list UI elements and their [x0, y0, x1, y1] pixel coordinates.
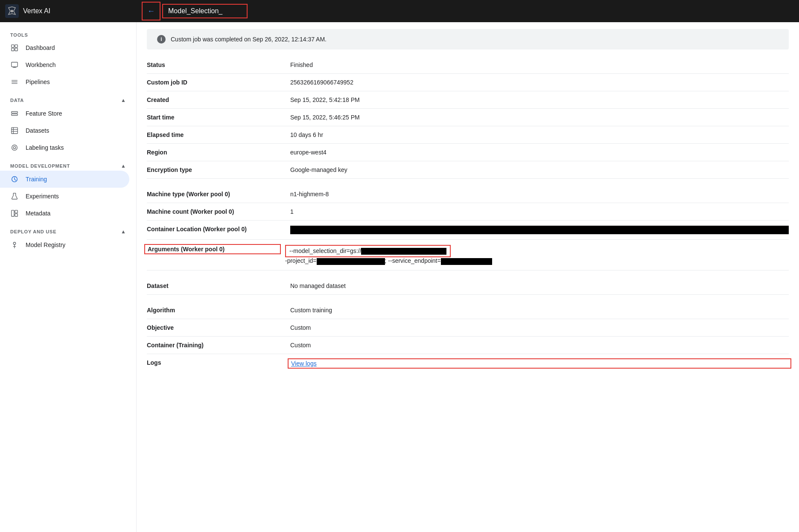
svg-rect-3: [15, 45, 17, 47]
model-dev-section-label: MODEL DEVELOPMENT: [10, 163, 70, 169]
model-registry-label: Model Registry: [26, 241, 65, 248]
top-header: Vertex AI ← Model_Selection_: [0, 0, 799, 22]
info-banner: i Custom job was completed on Sep 26, 20…: [147, 29, 789, 49]
svg-rect-4: [12, 48, 14, 51]
labeling-tasks-label: Labeling tasks: [26, 144, 64, 151]
args-text-3: ; --service_endpoint=: [385, 257, 441, 264]
logs-label: Logs: [147, 359, 283, 366]
detail-row-created: Created Sep 15, 2022, 5:42:18 PM: [147, 91, 789, 109]
experiments-icon: [10, 192, 19, 201]
args-redacted-1: [361, 248, 446, 255]
header-nav: ← Model_Selection_: [142, 2, 799, 20]
args-redacted-3: [441, 258, 492, 265]
deploy-section-header: DEPLOY AND USE ▲: [0, 225, 136, 236]
deploy-chevron-icon[interactable]: ▲: [121, 229, 126, 235]
tools-section-label: TOOLS: [0, 29, 136, 39]
args-text-2: -project_id=: [285, 257, 317, 264]
metadata-label: Metadata: [26, 210, 50, 217]
info-message: Custom job was completed on Sep 26, 2022…: [171, 36, 327, 43]
detail-row-status: Status Finished: [147, 56, 789, 74]
sidebar-item-model-registry[interactable]: Model Registry: [0, 236, 129, 253]
back-button[interactable]: ←: [142, 2, 160, 20]
svg-point-1: [11, 10, 13, 12]
svg-rect-5: [15, 48, 17, 51]
created-label: Created: [147, 96, 283, 103]
detail-row-region: Region europe-west4: [147, 144, 789, 161]
datasets-label: Datasets: [26, 127, 49, 134]
container-location-value: [290, 226, 789, 234]
labeling-tasks-icon: [10, 143, 19, 152]
sidebar-item-training[interactable]: Training: [0, 171, 129, 188]
status-value: Finished: [290, 61, 789, 68]
start-time-value: Sep 15, 2022, 5:46:25 PM: [290, 114, 789, 121]
svg-rect-15: [15, 214, 17, 216]
elapsed-value: 10 days 6 hr: [290, 131, 789, 138]
machine-count-label: Machine count (Worker pool 0): [147, 208, 283, 215]
dashboard-label: Dashboard: [26, 44, 55, 51]
svg-point-16: [13, 242, 15, 244]
workbench-icon: [10, 61, 19, 69]
training-icon: [10, 175, 19, 183]
detail-row-logs: Logs View logs: [147, 354, 789, 373]
sidebar-item-pipelines[interactable]: Pipelines: [0, 73, 129, 90]
training-label: Training: [26, 176, 47, 183]
sidebar-item-metadata[interactable]: Metadata: [0, 205, 129, 222]
args-redacted-2: [317, 258, 385, 265]
pipelines-icon: [10, 78, 19, 86]
svg-rect-9: [12, 128, 17, 134]
detail-row-objective: Objective Custom: [147, 319, 789, 337]
encryption-label: Encryption type: [147, 166, 283, 173]
info-icon: i: [157, 35, 166, 44]
svg-point-10: [12, 145, 17, 151]
main-layout: TOOLS Dashboard Workbench Pipelines DATA…: [0, 22, 799, 532]
page-title: Model_Selection_: [162, 4, 248, 18]
app-title: Vertex AI: [23, 7, 50, 15]
job-id-label: Custom job ID: [147, 79, 283, 86]
feature-store-icon: [10, 109, 19, 118]
view-logs-link[interactable]: View logs: [288, 358, 791, 369]
machine-type-value: n1-highmem-8: [290, 191, 789, 198]
sidebar-item-feature-store[interactable]: Feature Store: [0, 105, 129, 122]
sidebar-item-labeling-tasks[interactable]: Labeling tasks: [0, 139, 129, 156]
start-time-label: Start time: [147, 114, 283, 121]
detail-row-elapsed: Elapsed time 10 days 6 hr: [147, 126, 789, 144]
detail-row-encryption: Encryption type Google-managed key: [147, 161, 789, 179]
svg-rect-7: [12, 112, 17, 113]
feature-store-label: Feature Store: [26, 110, 62, 117]
model-dev-chevron-icon[interactable]: ▲: [121, 163, 126, 169]
sidebar: TOOLS Dashboard Workbench Pipelines DATA…: [0, 22, 137, 532]
algorithm-value: Custom training: [290, 307, 789, 314]
job-id-value: 2563266169066749952: [290, 79, 789, 86]
detail-row-job-id: Custom job ID 2563266169066749952: [147, 74, 789, 91]
container-location-label: Container Location (Worker pool 0): [147, 226, 283, 233]
region-label: Region: [147, 149, 283, 156]
elapsed-label: Elapsed time: [147, 131, 283, 138]
svg-rect-14: [15, 210, 17, 213]
details-table: Status Finished Custom job ID 2563266169…: [137, 53, 799, 376]
main-content: i Custom job was completed on Sep 26, 20…: [137, 22, 799, 532]
detail-row-container-training: Container (Training) Custom: [147, 337, 789, 354]
detail-row-machine-count: Machine count (Worker pool 0) 1: [147, 203, 789, 221]
workbench-label: Workbench: [26, 61, 56, 68]
sidebar-item-dashboard[interactable]: Dashboard: [0, 39, 129, 56]
data-section-header: DATA ▲: [0, 94, 136, 105]
model-registry-icon: [10, 241, 19, 249]
deploy-section-label: DEPLOY AND USE: [10, 229, 56, 234]
objective-label: Objective: [147, 324, 283, 331]
data-chevron-icon[interactable]: ▲: [121, 97, 126, 103]
logo-area: Vertex AI: [5, 4, 142, 18]
algorithm-label: Algorithm: [147, 307, 283, 314]
sidebar-item-workbench[interactable]: Workbench: [0, 56, 129, 73]
sidebar-item-datasets[interactable]: Datasets: [0, 122, 129, 139]
detail-row-container-location: Container Location (Worker pool 0): [147, 221, 789, 240]
machine-count-value: 1: [290, 208, 789, 215]
svg-rect-6: [12, 62, 17, 67]
model-dev-section-header: MODEL DEVELOPMENT ▲: [0, 160, 136, 171]
detail-row-machine-type: Machine type (Worker pool 0) n1-highmem-…: [147, 186, 789, 203]
arguments-label: Arguments (Worker pool 0): [144, 244, 281, 254]
datasets-icon: [10, 126, 19, 135]
objective-value: Custom: [290, 324, 789, 331]
svg-rect-8: [12, 114, 17, 116]
sidebar-item-experiments[interactable]: Experiments: [0, 188, 129, 205]
detail-row-dataset: Dataset No managed dataset: [147, 277, 789, 295]
